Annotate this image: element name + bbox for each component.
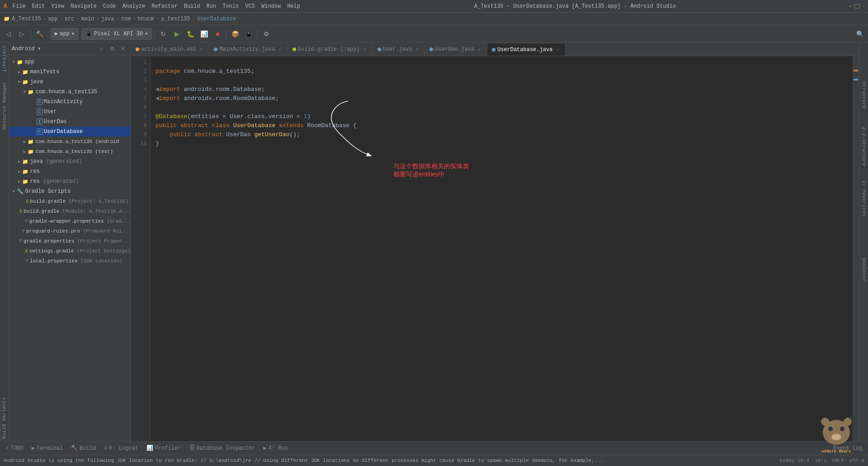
tree-java-gen[interactable]: ▶ 📁 java (generated) (9, 157, 131, 166)
tree-java[interactable]: ▶ 📁 java (9, 77, 131, 87)
tab-userdatabase[interactable]: UserDatabase.java ✕ (487, 43, 566, 56)
project-close-button[interactable]: ✕ (118, 44, 128, 54)
menu-edit[interactable]: Edit (32, 3, 45, 10)
favorites-tab[interactable]: 2: Favorites (860, 178, 868, 219)
breadcrumb-java[interactable]: java (101, 16, 114, 22)
menu-navigate[interactable]: Navigate (71, 3, 97, 10)
breadcrumb-userdatabase[interactable]: UserDatabase (197, 16, 236, 22)
profiler-tab[interactable]: 📊 Profiler (143, 442, 185, 454)
terminal-tab[interactable]: ▶ Terminal (28, 442, 66, 454)
tree-user[interactable]: C User (9, 107, 131, 117)
menu-analyze[interactable]: Analyze (123, 3, 145, 10)
editor-scrollbar[interactable] (853, 56, 859, 441)
tree-res-gen[interactable]: ▶ 📁 res (generated) (9, 176, 131, 186)
tab-activity-main[interactable]: activity_main.xml ✕ (131, 43, 209, 56)
search-button[interactable]: 🔍 (854, 28, 866, 40)
menu-run[interactable]: Run (207, 3, 217, 10)
tab-activity-main-close[interactable]: ✕ (198, 46, 204, 52)
menu-view[interactable]: View (51, 3, 64, 10)
tab-build-gradle[interactable]: build.gradle (:app) ✕ (288, 43, 373, 56)
database-inspector-tab[interactable]: 🗄 Database Inspector (186, 442, 259, 454)
breadcrumb-atest[interactable]: a_test135 (161, 16, 190, 22)
project-gear-button[interactable]: ⚙ (107, 44, 117, 54)
menu-tools[interactable]: Tools (222, 3, 239, 10)
avd-manager-button[interactable]: 📱 (242, 28, 255, 40)
breadcrumb-project[interactable]: A_Test135 (12, 16, 41, 22)
tree-proguard[interactable]: P proguard-rules.pro (ProGuard Rul... (9, 226, 131, 236)
toolbar-build-button[interactable]: 🔨 (33, 28, 46, 40)
tree-test[interactable]: ▶ 📁 com.hnucm.a_test135 (test) (9, 147, 131, 157)
device-label: Pixel XL API 30 (94, 31, 143, 37)
tree-manifests[interactable]: ▶ 📁 manifests (9, 67, 131, 77)
menu-build[interactable]: Build (184, 3, 200, 10)
tree-app[interactable]: ▶ 📁 app (9, 57, 131, 67)
sdk-manager-button[interactable]: 📦 (229, 28, 241, 40)
tree-gradle-props[interactable]: P gradle.properties (Project Proper... (9, 236, 131, 246)
menu-vcs[interactable]: VCS (245, 3, 255, 10)
profile-button[interactable]: 📊 (198, 28, 210, 40)
z2-structure-tab[interactable]: Z-2-Structure (860, 124, 868, 169)
status-encoding[interactable]: UTF-8 (849, 458, 864, 463)
maximize-button[interactable] (854, 4, 860, 9)
run-button[interactable]: ▶ (170, 28, 183, 40)
tab-mainactivity-close[interactable]: ✕ (277, 46, 283, 52)
settings-button[interactable]: ⚙ (260, 28, 273, 40)
structure-tab[interactable]: Structure (860, 79, 868, 111)
tab-userdao-close[interactable]: ✕ (476, 46, 482, 52)
tree-settings-gradle[interactable]: G settings.gradle (Project Settings) (9, 246, 131, 256)
tree-android-test[interactable]: ▶ 📁 com.hnucm.a_test135 (android (9, 137, 131, 147)
logcat-tab[interactable]: ≡ 6: Logcat (100, 442, 142, 454)
breadcrumb-com[interactable]: com (121, 16, 131, 22)
breadcrumb-app[interactable]: app (48, 16, 58, 22)
debug-button[interactable]: 🐛 (184, 28, 197, 40)
project-tab[interactable]: 1:Project (1, 43, 8, 75)
breadcrumb-hnucm[interactable]: hnucm (137, 16, 154, 22)
tree-build-gradle-module[interactable]: G build.gradle (Module: A_Test135.a... (9, 206, 131, 216)
minimize-button[interactable] (850, 6, 851, 7)
mainactivity-icon: C (37, 99, 42, 105)
tree-userdatabase[interactable]: C UserDatabase (9, 127, 131, 137)
menu-refactor[interactable]: Refactor (151, 3, 178, 10)
tree-mainactivity[interactable]: C MainActivity (9, 97, 131, 107)
build-variants-tab[interactable]: Build Variants (0, 395, 8, 441)
tab-userdao[interactable]: UserDao.java ✕ (425, 43, 487, 56)
device-icon: 📱 (85, 30, 92, 37)
emulator-tab[interactable]: Emulator (860, 255, 868, 285)
project-settings-button[interactable]: ☆ (96, 44, 106, 54)
tree-build-gradle-project[interactable]: G build.gradle (Project: A_Test135) (9, 196, 131, 206)
menu-window[interactable]: Window (261, 3, 281, 10)
stop-button[interactable]: ■ (211, 28, 224, 40)
tree-userdao[interactable]: I UserDao (9, 117, 131, 127)
run-tab[interactable]: ▶ 4: Run (259, 442, 291, 454)
tab-mainactivity[interactable]: MainActivity.java ✕ (209, 43, 288, 56)
tab-userdatabase-close[interactable]: ✕ (554, 47, 561, 53)
sync-button[interactable]: ↻ (157, 28, 170, 40)
tree-gradle-wrapper[interactable]: P gradle-wrapper.properties (Grad... (9, 216, 131, 226)
tree-res[interactable]: ▶ 📁 res (9, 166, 131, 176)
breadcrumb-src[interactable]: src (65, 16, 75, 22)
tab-build-gradle-close[interactable]: ✕ (362, 46, 368, 52)
toolbar-back-button[interactable]: ◁ (2, 28, 14, 40)
status-line-endings[interactable]: CRLF (832, 458, 844, 463)
com-arrow: ▶ (22, 90, 27, 93)
menu-file[interactable]: File (13, 3, 26, 10)
tab-user[interactable]: User.java ✕ (373, 43, 425, 56)
tab-user-close[interactable]: ✕ (414, 46, 420, 52)
code-content[interactable]: package com.hnucm.a_test135; ◀import and… (151, 56, 853, 441)
toolbar-forward-button[interactable]: ▷ (15, 28, 28, 40)
code-editor[interactable]: 1 2 3 4 5 6 7 8 9 10 package com.hnucm.a… (131, 56, 859, 441)
menu-code[interactable]: Code (103, 3, 116, 10)
menu-help[interactable]: Help (287, 3, 300, 10)
breadcrumb-main[interactable]: main (81, 16, 94, 22)
run-config-dropdown[interactable]: ▶ app ▾ (51, 28, 79, 40)
resource-manager-tab[interactable]: Resource Manager (1, 79, 8, 133)
tree-com-package[interactable]: ▶ 📁 com.hnucm.a_test135 (9, 87, 131, 97)
todo-tab[interactable]: ✓ TODO (2, 442, 27, 454)
tree-local-props[interactable]: P local.properties (SDK Location) (9, 256, 131, 266)
tree-gradle-scripts[interactable]: ▶ 🔧 Gradle Scripts (9, 186, 131, 196)
android-dropdown[interactable]: Android ▾ (12, 45, 41, 52)
build-tab[interactable]: 🔨 Build (67, 442, 99, 454)
close-button[interactable] (863, 6, 864, 7)
status-position[interactable]: 10:1 (815, 458, 826, 463)
device-dropdown[interactable]: 📱 Pixel XL API 30 ▾ (81, 28, 152, 40)
